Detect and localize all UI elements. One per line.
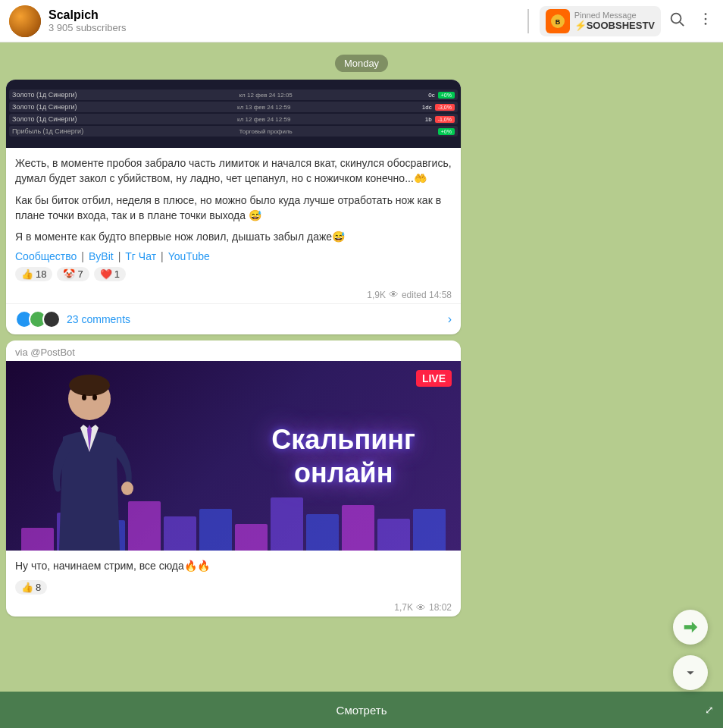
reactions-row: 👍 18 🤡 7 ❤️ 1 <box>15 267 452 281</box>
chart-bar <box>164 516 196 551</box>
links-row: Сообщество | ByBit | Тг Чат | YouTube <box>15 250 452 262</box>
svg-point-11 <box>121 482 133 495</box>
expand-icon: ⤢ <box>705 704 714 716</box>
caption-text: Ну что, начинаем стрим, все сюда🔥🔥 <box>15 558 452 573</box>
eye-icon: 👁 <box>389 289 399 300</box>
table-row: Золото (1д Синерги) кл 13 фев 24 12:59 1… <box>9 102 458 112</box>
svg-point-9 <box>82 394 86 400</box>
reaction-thumbsup[interactable]: 👍 18 <box>15 267 52 281</box>
header: Scalpich 3 905 subscribers B Pinned Mess… <box>0 0 723 42</box>
watch-bar[interactable]: Смотреть ⤢ <box>0 692 723 728</box>
reaction-clown[interactable]: 🤡 7 <box>57 267 89 281</box>
edited-label: edited 14:58 <box>402 290 452 300</box>
pinned-label: Pinned Message <box>574 11 655 20</box>
trading-chart-image: Золото (1д Синерги) кл 12 фев 24 12:05 0… <box>6 80 461 148</box>
commenter-avatar-3 <box>42 310 61 328</box>
chart-bar <box>199 509 232 551</box>
stream-title-line1: Скальпинг <box>271 423 415 456</box>
day-badge: Monday <box>335 55 388 72</box>
message-time-2: 18:02 <box>429 602 452 613</box>
svg-point-10 <box>92 394 97 400</box>
message-meta-1: 1,9K 👁 edited 14:58 <box>6 289 461 303</box>
table-row: Золото (1д Синерги) кл 12 фев 24 12:59 1… <box>9 114 458 124</box>
more-options-icon[interactable] <box>697 11 714 31</box>
tg-chat-link[interactable]: Тг Чат <box>125 250 156 262</box>
avatar[interactable] <box>9 5 41 37</box>
comments-bar-1[interactable]: 23 comments › <box>6 303 461 334</box>
table-row: Прибыль (1д Синерги) Торговый профиль +0… <box>9 126 458 136</box>
svg-point-5 <box>705 18 707 20</box>
view-count-1: 1,9K <box>367 290 386 300</box>
chart-bar <box>377 519 410 551</box>
svg-point-8 <box>69 375 110 396</box>
svg-line-3 <box>680 22 684 26</box>
message-2: via @PostBot LIVE <box>0 339 723 617</box>
vertical-separator <box>527 9 529 33</box>
message-bubble-2: via @PostBot LIVE <box>6 340 461 616</box>
subscriber-count: 3 905 subscribers <box>49 22 517 33</box>
content-area: Monday Золото (1д Синерги) кл 12 фев 24 … <box>0 42 723 728</box>
stream-reaction-thumbsup[interactable]: 👍 8 <box>15 580 47 595</box>
watch-button-label: Смотреть <box>336 704 387 717</box>
binance-icon: B <box>546 9 570 33</box>
comments-count-1: 23 comments <box>67 313 442 325</box>
chevron-right-icon: › <box>448 312 452 326</box>
message-meta-2: 1,7K 👁 18:02 <box>6 602 461 617</box>
view-count-2: 1,7K <box>394 602 413 613</box>
chart-bar <box>342 505 374 551</box>
paragraph-1: Жесть, в моменте пробоя забрало часть ли… <box>15 155 452 187</box>
svg-point-6 <box>705 23 707 25</box>
reaction-heart[interactable]: ❤️ 1 <box>94 267 126 281</box>
bybit-link[interactable]: ByBit <box>89 250 114 262</box>
svg-point-2 <box>671 14 681 24</box>
table-row: Золото (1д Синерги) кл 12 фев 24 12:05 0… <box>9 89 458 100</box>
stream-reactions: 👍 8 <box>15 580 452 595</box>
comment-avatars <box>15 310 61 328</box>
community-link[interactable]: Сообщество <box>15 250 77 262</box>
chart-bar <box>413 509 446 551</box>
stream-caption: Ну что, начинаем стрим, все сюда🔥🔥 👍 8 <box>6 551 461 601</box>
svg-text:B: B <box>555 18 560 26</box>
header-info: Scalpich 3 905 subscribers <box>49 8 517 33</box>
chart-bar <box>306 514 339 551</box>
message-bubble-1: Золото (1д Синерги) кл 12 фев 24 12:05 0… <box>6 80 461 334</box>
chart-bar <box>235 524 268 551</box>
youtube-link[interactable]: YouTube <box>168 250 210 262</box>
svg-point-4 <box>705 13 707 15</box>
channel-name: Scalpich <box>49 8 517 22</box>
via-label: via @PostBot <box>6 340 461 361</box>
header-actions <box>668 11 714 31</box>
person-silhouette <box>29 369 150 551</box>
stream-image: LIVE <box>6 361 461 551</box>
pinned-message[interactable]: B Pinned Message ⚡SOOBSHESTV <box>540 6 661 36</box>
day-separator: Monday <box>0 55 723 72</box>
bubble-text-1: Жесть, в моменте пробоя забрало часть ли… <box>6 148 461 289</box>
scroll-down-button[interactable] <box>673 655 708 690</box>
paragraph-2: Как бы биток отбил, неделя в плюсе, но м… <box>15 193 452 224</box>
message-1: Золото (1д Синерги) кл 12 фев 24 12:05 0… <box>0 78 723 336</box>
paragraph-3: Я в моменте как будто впервые нож ловил,… <box>15 229 452 244</box>
chart-bar <box>271 497 303 551</box>
search-icon[interactable] <box>668 11 685 31</box>
pinned-info: Pinned Message ⚡SOOBSHESTV <box>574 11 655 31</box>
eye-icon-2: 👁 <box>416 602 426 613</box>
trading-table: Золото (1д Синерги) кл 12 фев 24 12:05 0… <box>6 86 461 141</box>
stream-title-line2: онлайн <box>271 456 415 488</box>
live-badge: LIVE <box>416 370 452 387</box>
forward-button[interactable] <box>673 610 708 645</box>
pinned-text: ⚡SOOBSHESTV <box>574 20 655 31</box>
stream-title-overlay: Скальпинг онлайн <box>271 423 415 488</box>
